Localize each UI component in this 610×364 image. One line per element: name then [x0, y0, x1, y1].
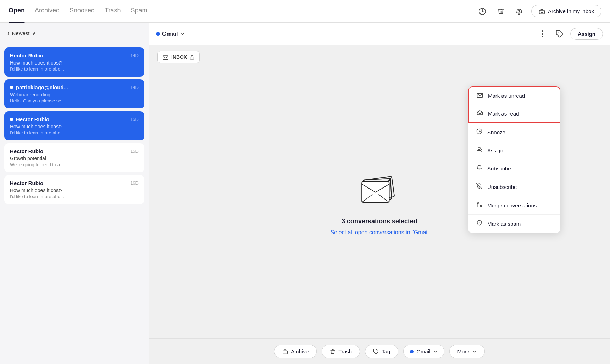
- mail-illustration: [358, 172, 401, 207]
- context-menu-bottom-section: Snooze Assign: [468, 123, 560, 233]
- tag-action-button[interactable]: Tag: [365, 345, 398, 358]
- more-action-label: More: [458, 348, 470, 354]
- sidebar-header: ↕ Newest ∨: [0, 23, 149, 44]
- archive-action-button[interactable]: Archive: [274, 345, 317, 358]
- envelope-open-icon: [476, 110, 484, 117]
- bell-icon: [475, 164, 483, 173]
- content-toolbar: Gmail ⋮ Assign: [149, 23, 610, 45]
- svg-rect-9: [190, 57, 194, 59]
- spam-label: Mark as spam: [487, 221, 521, 227]
- conv-sender-3: Hector Rubio: [10, 116, 49, 122]
- conv-count-suffix: ted: [408, 218, 417, 225]
- conv-preview-4: We're going to need to a...: [10, 162, 139, 167]
- conversation-item-5[interactable]: Hector Rubio 16D How much does it cost? …: [4, 175, 144, 204]
- tab-snoozed[interactable]: Snoozed: [70, 7, 95, 16]
- svg-point-19: [478, 147, 480, 150]
- svg-line-22: [476, 183, 482, 189]
- tab-spam[interactable]: Spam: [131, 7, 147, 16]
- gmail-dot: [156, 32, 160, 36]
- menu-item-subscribe[interactable]: Subscribe: [468, 159, 560, 178]
- conversation-list: Hector Rubio 14D How much does it cost? …: [0, 44, 149, 364]
- clock-menu-icon: [475, 128, 483, 136]
- menu-item-mark-unread[interactable]: Mark as unread: [469, 87, 560, 105]
- svg-rect-15: [283, 351, 288, 354]
- menu-item-merge[interactable]: Merge conversations: [468, 196, 560, 214]
- nav-actions: Archive in my inbox: [476, 5, 601, 18]
- conv-subject-5: How much does it cost?: [10, 187, 139, 193]
- select-all-link[interactable]: Select all open conversations in "Gmail: [331, 229, 429, 236]
- more-icon: ⋮: [538, 29, 547, 39]
- menu-item-assign[interactable]: Assign: [468, 141, 560, 159]
- context-menu: Mark as unread Mark as read: [468, 86, 560, 233]
- conversation-item-3[interactable]: Hector Rubio 15D How much does it cost? …: [4, 111, 144, 140]
- context-menu-top-section: Mark as unread Mark as read: [468, 86, 560, 123]
- merge-label: Merge conversations: [487, 202, 537, 208]
- conv-preview-5: I'd like to learn more abo...: [10, 194, 139, 199]
- menu-item-mark-read[interactable]: Mark as read: [469, 105, 560, 122]
- main-layout: ↕ Newest ∨ Hector Rubio 14D How much doe…: [0, 23, 610, 364]
- conv-preview-2: Hello! Can you please se...: [10, 98, 139, 103]
- menu-item-snooze[interactable]: Snooze: [468, 123, 560, 141]
- conv-preview-3: I'd like to learn more abo...: [10, 130, 139, 135]
- gmail-dropdown[interactable]: Gmail: [156, 31, 185, 37]
- snooze-label: Snooze: [487, 129, 505, 135]
- conversation-item-2[interactable]: patricklago@cloud... 14D Webinar recordi…: [4, 79, 144, 108]
- sort-icon: ↕: [7, 30, 10, 36]
- gmail-action-button[interactable]: Gmail: [403, 345, 444, 358]
- conv-subject-3: How much does it cost?: [10, 124, 139, 129]
- gmail-label: Gmail: [162, 31, 178, 37]
- archive-inbox-label: Archive in my inbox: [548, 8, 594, 14]
- inbox-badge[interactable]: INBOX: [157, 51, 200, 63]
- svg-rect-8: [163, 56, 168, 60]
- unread-dot-3: [10, 118, 13, 121]
- assign-label: Assign: [487, 147, 503, 153]
- sidebar: ↕ Newest ∨ Hector Rubio 14D How much doe…: [0, 23, 149, 364]
- tab-archived[interactable]: Archived: [35, 7, 60, 16]
- conv-preview-1: I'd like to learn more abo...: [10, 66, 139, 72]
- menu-item-unsubscribe[interactable]: Unsubscribe: [468, 178, 560, 196]
- nav-tabs: Open Archived Snoozed Trash Spam: [9, 7, 476, 16]
- sort-chevron: ∨: [32, 30, 36, 37]
- conversation-item-4[interactable]: Hector Rubio 15D Growth potential We're …: [4, 143, 144, 172]
- conversations-selected-text: 3 conversations selected: [342, 218, 417, 225]
- menu-item-spam[interactable]: Mark as spam: [468, 215, 560, 233]
- content-area: Gmail ⋮ Assign: [149, 23, 610, 364]
- sort-label: Newest: [12, 30, 30, 36]
- more-options-button[interactable]: ⋮: [536, 28, 549, 40]
- unread-dot-2: [10, 86, 13, 89]
- unsubscribe-label: Unsubscribe: [487, 184, 517, 190]
- more-action-button[interactable]: More: [449, 345, 485, 358]
- trash-action-label: Trash: [338, 348, 352, 354]
- subscribe-label: Subscribe: [487, 166, 511, 172]
- alert-icon-button[interactable]: [513, 5, 526, 18]
- mark-read-label: Mark as read: [488, 111, 519, 117]
- conv-sender-1: Hector Rubio: [10, 52, 43, 58]
- envelope-closed-icon: [476, 92, 484, 100]
- assign-button[interactable]: Assign: [570, 28, 603, 40]
- bottom-action-bar: Archive Trash Tag Gmail: [149, 338, 610, 364]
- conv-sender-2: patricklago@cloud...: [10, 84, 68, 90]
- merge-icon: [475, 201, 483, 209]
- conv-count: 3 conversations selec: [342, 218, 408, 225]
- inbox-badge-area: INBOX: [149, 45, 610, 69]
- bell-slash-icon: [475, 183, 483, 191]
- archive-action-label: Archive: [291, 348, 309, 354]
- mark-unread-label: Mark as unread: [488, 93, 525, 99]
- conv-subject-2: Webinar recording: [10, 92, 139, 97]
- sort-button[interactable]: ↕ Newest ∨: [7, 30, 36, 37]
- conv-sender-4: Hector Rubio: [10, 148, 43, 154]
- trash-action-button[interactable]: Trash: [322, 345, 360, 358]
- conv-time-1: 14D: [130, 53, 139, 58]
- trash-icon-button[interactable]: [494, 5, 507, 18]
- conversation-item-1[interactable]: Hector Rubio 14D How much does it cost? …: [4, 47, 144, 77]
- tab-trash[interactable]: Trash: [105, 7, 121, 16]
- top-navigation: Open Archived Snoozed Trash Spam: [0, 0, 610, 23]
- archive-inbox-button[interactable]: Archive in my inbox: [531, 5, 601, 17]
- tab-open[interactable]: Open: [9, 7, 25, 16]
- conv-subject-4: Growth potential: [10, 156, 139, 161]
- clock-icon-button[interactable]: [476, 5, 489, 18]
- conv-time-3: 15D: [130, 117, 139, 122]
- assign-person-icon: [475, 146, 483, 154]
- tag-button[interactable]: [553, 28, 566, 40]
- tag-action-label: Tag: [382, 348, 390, 354]
